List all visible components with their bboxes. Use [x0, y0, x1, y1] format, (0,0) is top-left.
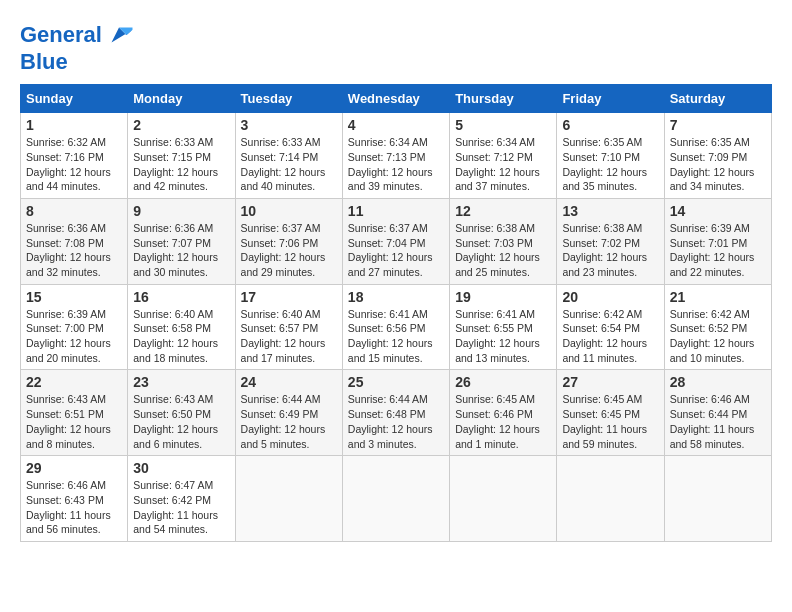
day-info: Sunrise: 6:42 AMSunset: 6:52 PMDaylight:…	[670, 308, 755, 364]
day-cell: 21Sunrise: 6:42 AMSunset: 6:52 PMDayligh…	[664, 284, 771, 370]
day-info: Sunrise: 6:32 AMSunset: 7:16 PMDaylight:…	[26, 136, 111, 192]
day-cell: 18Sunrise: 6:41 AMSunset: 6:56 PMDayligh…	[342, 284, 449, 370]
day-number: 10	[241, 203, 337, 219]
day-info: Sunrise: 6:41 AMSunset: 6:55 PMDaylight:…	[455, 308, 540, 364]
week-row-1: 1Sunrise: 6:32 AMSunset: 7:16 PMDaylight…	[21, 113, 772, 199]
day-cell: 2Sunrise: 6:33 AMSunset: 7:15 PMDaylight…	[128, 113, 235, 199]
day-cell: 11Sunrise: 6:37 AMSunset: 7:04 PMDayligh…	[342, 198, 449, 284]
day-number: 9	[133, 203, 229, 219]
day-cell: 8Sunrise: 6:36 AMSunset: 7:08 PMDaylight…	[21, 198, 128, 284]
day-info: Sunrise: 6:34 AMSunset: 7:12 PMDaylight:…	[455, 136, 540, 192]
day-number: 22	[26, 374, 122, 390]
day-number: 21	[670, 289, 766, 305]
day-number: 2	[133, 117, 229, 133]
day-number: 30	[133, 460, 229, 476]
day-number: 20	[562, 289, 658, 305]
day-info: Sunrise: 6:36 AMSunset: 7:08 PMDaylight:…	[26, 222, 111, 278]
day-cell: 16Sunrise: 6:40 AMSunset: 6:58 PMDayligh…	[128, 284, 235, 370]
day-number: 7	[670, 117, 766, 133]
day-info: Sunrise: 6:46 AMSunset: 6:44 PMDaylight:…	[670, 393, 755, 449]
col-header-tuesday: Tuesday	[235, 85, 342, 113]
day-info: Sunrise: 6:45 AMSunset: 6:46 PMDaylight:…	[455, 393, 540, 449]
logo-text: General	[20, 23, 102, 47]
day-number: 12	[455, 203, 551, 219]
col-header-wednesday: Wednesday	[342, 85, 449, 113]
day-cell	[450, 456, 557, 542]
day-cell: 26Sunrise: 6:45 AMSunset: 6:46 PMDayligh…	[450, 370, 557, 456]
day-info: Sunrise: 6:39 AMSunset: 7:01 PMDaylight:…	[670, 222, 755, 278]
logo-blue: Blue	[20, 50, 134, 74]
day-info: Sunrise: 6:35 AMSunset: 7:10 PMDaylight:…	[562, 136, 647, 192]
day-info: Sunrise: 6:46 AMSunset: 6:43 PMDaylight:…	[26, 479, 111, 535]
day-info: Sunrise: 6:44 AMSunset: 6:48 PMDaylight:…	[348, 393, 433, 449]
day-info: Sunrise: 6:39 AMSunset: 7:00 PMDaylight:…	[26, 308, 111, 364]
day-number: 29	[26, 460, 122, 476]
day-info: Sunrise: 6:37 AMSunset: 7:06 PMDaylight:…	[241, 222, 326, 278]
day-number: 17	[241, 289, 337, 305]
day-number: 1	[26, 117, 122, 133]
day-number: 6	[562, 117, 658, 133]
day-number: 24	[241, 374, 337, 390]
day-number: 23	[133, 374, 229, 390]
day-info: Sunrise: 6:38 AMSunset: 7:02 PMDaylight:…	[562, 222, 647, 278]
day-number: 16	[133, 289, 229, 305]
day-cell: 17Sunrise: 6:40 AMSunset: 6:57 PMDayligh…	[235, 284, 342, 370]
week-row-3: 15Sunrise: 6:39 AMSunset: 7:00 PMDayligh…	[21, 284, 772, 370]
day-info: Sunrise: 6:44 AMSunset: 6:49 PMDaylight:…	[241, 393, 326, 449]
day-number: 5	[455, 117, 551, 133]
day-number: 8	[26, 203, 122, 219]
page-header: General Blue	[20, 20, 772, 74]
col-header-sunday: Sunday	[21, 85, 128, 113]
day-number: 3	[241, 117, 337, 133]
day-info: Sunrise: 6:47 AMSunset: 6:42 PMDaylight:…	[133, 479, 218, 535]
day-number: 27	[562, 374, 658, 390]
col-header-monday: Monday	[128, 85, 235, 113]
day-info: Sunrise: 6:38 AMSunset: 7:03 PMDaylight:…	[455, 222, 540, 278]
day-info: Sunrise: 6:36 AMSunset: 7:07 PMDaylight:…	[133, 222, 218, 278]
day-cell: 15Sunrise: 6:39 AMSunset: 7:00 PMDayligh…	[21, 284, 128, 370]
day-cell: 3Sunrise: 6:33 AMSunset: 7:14 PMDaylight…	[235, 113, 342, 199]
day-cell	[557, 456, 664, 542]
col-header-friday: Friday	[557, 85, 664, 113]
week-row-5: 29Sunrise: 6:46 AMSunset: 6:43 PMDayligh…	[21, 456, 772, 542]
day-number: 26	[455, 374, 551, 390]
day-cell: 10Sunrise: 6:37 AMSunset: 7:06 PMDayligh…	[235, 198, 342, 284]
day-info: Sunrise: 6:40 AMSunset: 6:58 PMDaylight:…	[133, 308, 218, 364]
day-cell: 13Sunrise: 6:38 AMSunset: 7:02 PMDayligh…	[557, 198, 664, 284]
day-cell: 4Sunrise: 6:34 AMSunset: 7:13 PMDaylight…	[342, 113, 449, 199]
day-number: 19	[455, 289, 551, 305]
day-cell: 23Sunrise: 6:43 AMSunset: 6:50 PMDayligh…	[128, 370, 235, 456]
day-cell: 12Sunrise: 6:38 AMSunset: 7:03 PMDayligh…	[450, 198, 557, 284]
header-row: SundayMondayTuesdayWednesdayThursdayFrid…	[21, 85, 772, 113]
day-info: Sunrise: 6:35 AMSunset: 7:09 PMDaylight:…	[670, 136, 755, 192]
day-cell: 5Sunrise: 6:34 AMSunset: 7:12 PMDaylight…	[450, 113, 557, 199]
day-number: 25	[348, 374, 444, 390]
calendar-table: SundayMondayTuesdayWednesdayThursdayFrid…	[20, 84, 772, 542]
day-cell: 1Sunrise: 6:32 AMSunset: 7:16 PMDaylight…	[21, 113, 128, 199]
day-cell: 9Sunrise: 6:36 AMSunset: 7:07 PMDaylight…	[128, 198, 235, 284]
day-number: 13	[562, 203, 658, 219]
day-cell	[342, 456, 449, 542]
day-cell: 6Sunrise: 6:35 AMSunset: 7:10 PMDaylight…	[557, 113, 664, 199]
day-info: Sunrise: 6:33 AMSunset: 7:14 PMDaylight:…	[241, 136, 326, 192]
day-info: Sunrise: 6:45 AMSunset: 6:45 PMDaylight:…	[562, 393, 647, 449]
day-number: 18	[348, 289, 444, 305]
col-header-saturday: Saturday	[664, 85, 771, 113]
logo: General Blue	[20, 20, 134, 74]
day-cell: 22Sunrise: 6:43 AMSunset: 6:51 PMDayligh…	[21, 370, 128, 456]
day-cell: 24Sunrise: 6:44 AMSunset: 6:49 PMDayligh…	[235, 370, 342, 456]
day-info: Sunrise: 6:42 AMSunset: 6:54 PMDaylight:…	[562, 308, 647, 364]
day-cell	[235, 456, 342, 542]
day-number: 15	[26, 289, 122, 305]
day-cell: 27Sunrise: 6:45 AMSunset: 6:45 PMDayligh…	[557, 370, 664, 456]
day-number: 11	[348, 203, 444, 219]
day-cell: 30Sunrise: 6:47 AMSunset: 6:42 PMDayligh…	[128, 456, 235, 542]
day-cell: 25Sunrise: 6:44 AMSunset: 6:48 PMDayligh…	[342, 370, 449, 456]
day-info: Sunrise: 6:34 AMSunset: 7:13 PMDaylight:…	[348, 136, 433, 192]
week-row-4: 22Sunrise: 6:43 AMSunset: 6:51 PMDayligh…	[21, 370, 772, 456]
day-info: Sunrise: 6:33 AMSunset: 7:15 PMDaylight:…	[133, 136, 218, 192]
day-info: Sunrise: 6:40 AMSunset: 6:57 PMDaylight:…	[241, 308, 326, 364]
day-info: Sunrise: 6:41 AMSunset: 6:56 PMDaylight:…	[348, 308, 433, 364]
day-info: Sunrise: 6:43 AMSunset: 6:50 PMDaylight:…	[133, 393, 218, 449]
day-cell: 29Sunrise: 6:46 AMSunset: 6:43 PMDayligh…	[21, 456, 128, 542]
